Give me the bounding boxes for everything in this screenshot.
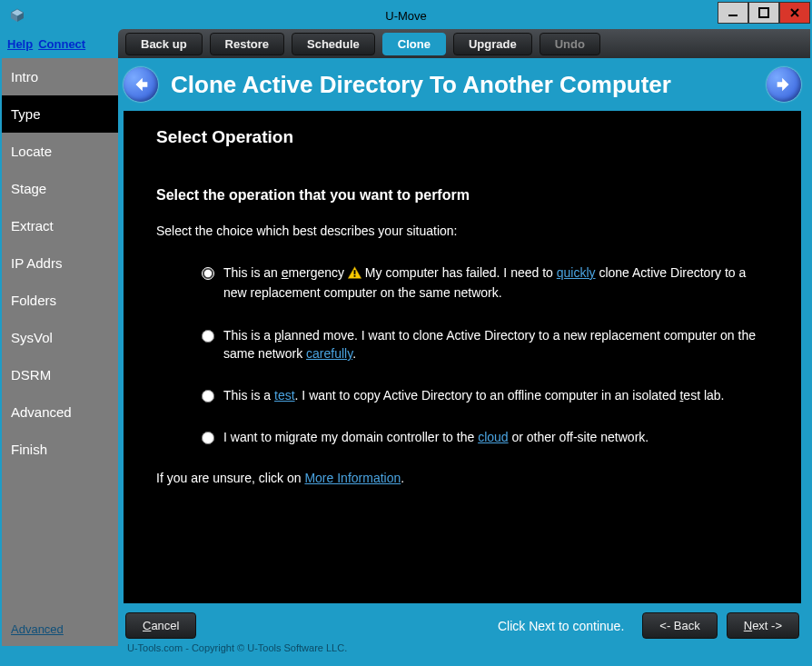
radio-cloud[interactable]	[202, 432, 214, 444]
option-test: This is a test. I want to copy Active Di…	[202, 386, 768, 404]
svg-rect-8	[354, 270, 356, 274]
radio-planned[interactable]	[202, 330, 214, 343]
next-button[interactable]: Next ->	[727, 612, 799, 639]
svg-rect-4	[759, 8, 768, 17]
minimize-button[interactable]	[718, 2, 748, 24]
cancel-button[interactable]: Cancel	[125, 612, 196, 639]
sidebar-item-locate[interactable]: Locate	[2, 133, 118, 170]
link-quickly[interactable]: quickly	[557, 265, 596, 280]
app-icon	[9, 7, 25, 24]
svg-rect-9	[354, 275, 356, 277]
link-carefully[interactable]: carefully	[306, 346, 352, 361]
title-bar: U-Move	[2, 2, 810, 29]
link-cloud[interactable]: cloud	[478, 430, 508, 444]
arrow-right-icon	[774, 75, 794, 94]
unsure-text: If you are unsure, click on More Informa…	[156, 471, 768, 485]
tab-undo: Undo	[540, 33, 600, 55]
tab-clone[interactable]: Clone	[382, 33, 446, 55]
nav-forward-button[interactable]	[767, 67, 801, 102]
page-title: Clone Active Directory To Another Comput…	[171, 71, 754, 99]
connect-link[interactable]: Connect	[38, 37, 85, 51]
option-text-planned: This is a planned move. I want to clone …	[223, 326, 768, 363]
tab-backup[interactable]: Back up	[125, 33, 203, 55]
sidebar-item-stage[interactable]: Stage	[2, 170, 118, 207]
radio-test[interactable]	[202, 390, 214, 403]
sidebar-item-advanced[interactable]: Advanced	[2, 393, 118, 431]
option-emergency: This is an emergency My computer has fai…	[202, 263, 768, 303]
footer-hint: Click Next to continue.	[498, 619, 624, 633]
sidebar-advanced-link[interactable]: Advanced	[11, 622, 64, 636]
main-panel: Select Operation Select the operation th…	[124, 111, 801, 603]
sidebar-item-dsrm[interactable]: DSRM	[2, 356, 118, 393]
tab-restore[interactable]: Restore	[210, 33, 284, 55]
tab-bar: Back up Restore Schedule Clone Upgrade U…	[118, 29, 810, 58]
radio-emergency[interactable]	[202, 267, 214, 280]
tab-upgrade[interactable]: Upgrade	[453, 33, 532, 55]
maximize-button[interactable]	[748, 2, 779, 24]
link-test[interactable]: test	[274, 388, 295, 403]
close-button[interactable]	[779, 2, 810, 24]
panel-description: Select the choice which best describes y…	[156, 224, 768, 238]
option-text-emergency: This is an emergency My computer has fai…	[223, 263, 768, 303]
window-title: U-Move	[385, 9, 427, 23]
panel-title: Select Operation	[156, 127, 768, 147]
option-cloud: I want to migrate my domain controller t…	[202, 428, 768, 446]
sidebar: IntroTypeLocateStageExtractIP AddrsFolde…	[2, 58, 118, 664]
warning-icon	[348, 265, 361, 283]
svg-rect-3	[728, 15, 738, 16]
sidebar-item-type[interactable]: Type	[2, 95, 118, 133]
help-links: Help Connect	[2, 29, 118, 58]
back-button[interactable]: <- Back	[642, 612, 717, 639]
sidebar-item-sysvol[interactable]: SysVol	[2, 319, 118, 356]
nav-back-button[interactable]	[124, 67, 158, 102]
options-group: This is an emergency My computer has fai…	[156, 263, 768, 447]
footer: Cancel Click Next to continue. <- Back N…	[124, 603, 801, 642]
tab-schedule[interactable]: Schedule	[292, 33, 375, 55]
sidebar-item-finish[interactable]: Finish	[2, 431, 118, 468]
option-text-test: This is a test. I want to copy Active Di…	[223, 386, 768, 404]
arrow-left-icon	[131, 75, 151, 94]
sidebar-item-intro[interactable]: Intro	[2, 58, 118, 95]
option-planned: This is a planned move. I want to clone …	[202, 326, 768, 363]
sidebar-item-extract[interactable]: Extract	[2, 207, 118, 244]
help-link[interactable]: Help	[7, 37, 33, 51]
panel-subhead: Select the operation that you want to pe…	[156, 187, 768, 204]
copyright-text: U-Tools.com - Copyright © U-Tools Softwa…	[124, 642, 801, 661]
sidebar-item-folders[interactable]: Folders	[2, 282, 118, 319]
more-information-link[interactable]: More Information	[304, 471, 401, 485]
option-text-cloud: I want to migrate my domain controller t…	[223, 428, 768, 446]
sidebar-item-ip-addrs[interactable]: IP Addrs	[2, 244, 118, 282]
